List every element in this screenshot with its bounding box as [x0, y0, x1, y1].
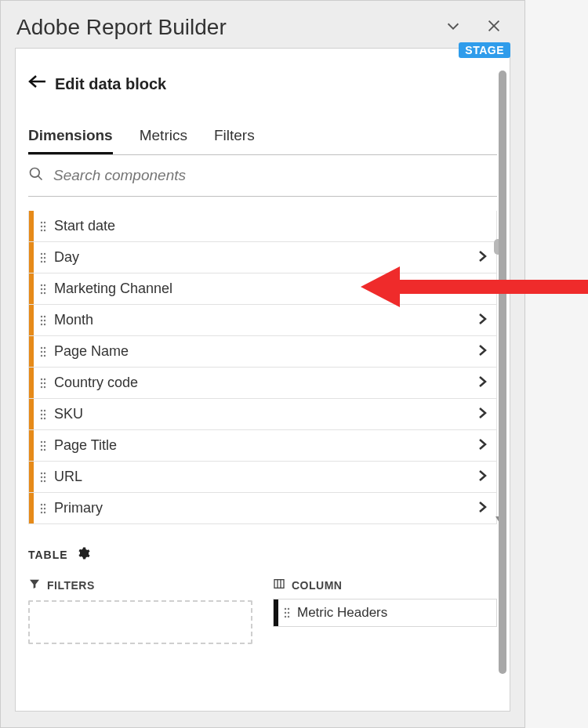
dimension-label: Month: [53, 312, 474, 328]
dimension-row[interactable]: Marketing Channel: [28, 273, 497, 305]
svg-rect-66: [274, 580, 284, 589]
svg-point-73: [285, 616, 286, 618]
tabs: Dimensions Metrics Filters: [28, 121, 497, 155]
drag-handle-icon[interactable]: [34, 408, 53, 421]
svg-point-34: [41, 354, 42, 356]
chevron-right-icon[interactable]: [474, 375, 490, 391]
svg-point-62: [41, 507, 42, 509]
dimension-row[interactable]: Page Title: [28, 430, 497, 462]
dimension-row[interactable]: Country code: [28, 368, 497, 399]
svg-point-59: [44, 480, 45, 481]
svg-point-64: [41, 511, 42, 512]
svg-point-46: [41, 417, 42, 418]
svg-point-6: [41, 221, 42, 223]
tab-metrics[interactable]: Metrics: [140, 121, 187, 154]
column-entry[interactable]: Metric Headers: [273, 599, 497, 627]
svg-point-33: [44, 350, 45, 352]
drag-handle-icon[interactable]: [34, 471, 53, 484]
back-arrow-icon[interactable]: [28, 74, 47, 94]
chevron-right-icon[interactable]: [474, 250, 490, 266]
collapse-icon[interactable]: [445, 17, 462, 38]
svg-point-37: [44, 378, 45, 379]
chevron-right-icon[interactable]: [474, 469, 490, 485]
drag-handle-icon[interactable]: [34, 346, 53, 358]
svg-point-12: [41, 252, 42, 254]
svg-point-47: [44, 417, 45, 418]
svg-point-41: [44, 386, 45, 387]
svg-point-58: [41, 480, 42, 481]
svg-point-25: [44, 315, 45, 317]
table-title-row: TABLE: [28, 546, 497, 563]
column-header: COLUMN: [273, 578, 497, 592]
dimension-row[interactable]: Start date: [28, 211, 497, 242]
table-section: TABLE FILTERS: [28, 546, 497, 644]
svg-point-42: [41, 409, 42, 411]
svg-point-74: [288, 616, 289, 618]
svg-point-14: [41, 256, 42, 258]
filters-col: FILTERS: [28, 578, 252, 644]
chevron-right-icon[interactable]: [474, 438, 490, 454]
chevron-right-icon[interactable]: [474, 501, 490, 516]
svg-point-51: [44, 444, 45, 446]
dimension-label: Page Name: [53, 343, 474, 360]
drag-handle-icon[interactable]: [34, 252, 53, 264]
dimension-row[interactable]: SKU: [28, 399, 497, 430]
chevron-right-icon[interactable]: [474, 344, 490, 360]
svg-point-31: [44, 346, 45, 348]
drag-handle-icon[interactable]: [278, 607, 296, 619]
table-title: TABLE: [28, 549, 68, 561]
search-row: [28, 155, 497, 197]
filter-icon: [28, 578, 41, 592]
gear-icon[interactable]: [76, 546, 90, 563]
svg-point-61: [44, 503, 45, 505]
svg-point-30: [41, 346, 42, 348]
dimension-row[interactable]: Month: [28, 305, 497, 336]
panel-scrollbar-thumb[interactable]: [499, 71, 506, 674]
drag-handle-icon[interactable]: [34, 502, 53, 515]
chevron-right-icon[interactable]: [474, 407, 490, 422]
svg-point-71: [285, 612, 286, 614]
svg-point-38: [41, 382, 42, 383]
dimensions-list: Start dateDayMarketing ChannelMonthPage …: [28, 211, 497, 524]
chevron-right-icon[interactable]: [474, 313, 490, 328]
dimension-label: Day: [53, 249, 474, 266]
dimension-row[interactable]: Page Name: [28, 336, 497, 368]
dimension-label: Start date: [53, 218, 474, 234]
svg-point-9: [44, 225, 45, 226]
dimension-row[interactable]: Day: [28, 242, 497, 273]
drag-handle-icon[interactable]: [34, 220, 53, 233]
svg-point-7: [44, 221, 45, 223]
dimension-row[interactable]: Primary: [28, 493, 497, 524]
svg-point-20: [41, 288, 42, 289]
svg-point-19: [44, 284, 45, 285]
svg-point-54: [41, 472, 42, 473]
panel-title: Edit data block: [55, 75, 166, 93]
svg-point-13: [44, 252, 45, 254]
drag-handle-icon[interactable]: [34, 440, 53, 452]
column-entry-label: Metric Headers: [296, 605, 387, 621]
svg-point-22: [41, 292, 42, 293]
svg-point-26: [41, 319, 42, 321]
svg-point-29: [44, 323, 45, 324]
drag-handle-icon[interactable]: [34, 314, 53, 327]
search-input[interactable]: [53, 167, 497, 184]
chevron-right-icon[interactable]: [474, 281, 490, 297]
drag-handle-icon[interactable]: [34, 377, 53, 389]
svg-point-45: [44, 413, 45, 415]
svg-point-43: [44, 409, 45, 411]
drag-handle-icon[interactable]: [34, 283, 53, 295]
tab-dimensions[interactable]: Dimensions: [28, 121, 113, 154]
filters-label: FILTERS: [47, 579, 95, 592]
svg-point-63: [44, 507, 45, 509]
tab-filters[interactable]: Filters: [214, 121, 255, 154]
svg-point-39: [44, 382, 45, 383]
svg-point-28: [41, 323, 42, 324]
dimension-label: Country code: [53, 375, 474, 391]
svg-line-4: [38, 176, 42, 180]
stage-badge: STAGE: [459, 42, 510, 58]
dimension-row[interactable]: URL: [28, 462, 497, 493]
filters-dropzone[interactable]: [28, 600, 252, 644]
close-icon[interactable]: [485, 17, 503, 38]
svg-point-55: [44, 472, 45, 473]
panel-scrollbar-track[interactable]: [499, 71, 506, 703]
